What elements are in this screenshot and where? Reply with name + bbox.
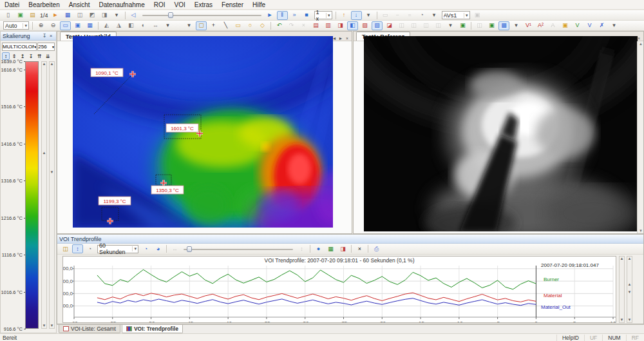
marker-up-button[interactable]: ↑ bbox=[339, 11, 350, 20]
roi-rect-button[interactable]: ▭ bbox=[232, 21, 243, 30]
clear-annotations-button[interactable]: ✗ bbox=[596, 21, 607, 30]
avs-combobox[interactable]: AVs1▾ bbox=[442, 11, 470, 19]
reference-scrollbar[interactable]: ▲▼ bbox=[637, 41, 643, 233]
zoom-in-button[interactable]: ⊕ bbox=[35, 21, 46, 30]
percent-button[interactable]: ◔ bbox=[417, 11, 428, 20]
view-dropdown[interactable]: ▾ bbox=[162, 21, 173, 30]
trend-chart[interactable]: VOI Trendprofile: 2007-07-20 09:18:01 - … bbox=[62, 256, 616, 323]
position-slider[interactable] bbox=[142, 12, 261, 19]
menu-roi[interactable]: ROI bbox=[149, 1, 170, 9]
roi-point-button[interactable]: + bbox=[208, 21, 219, 30]
snapshot-button[interactable]: ◨ bbox=[99, 11, 110, 20]
next-frame-button[interactable]: ► bbox=[50, 11, 61, 20]
menu-fenster[interactable]: Fenster bbox=[217, 1, 248, 9]
zoom-time-in-button[interactable]: ◔ bbox=[140, 244, 151, 253]
show-image-button[interactable]: ▣ bbox=[486, 21, 497, 30]
roi-select-button[interactable]: ▢ bbox=[196, 21, 207, 30]
voi-table-button[interactable]: V bbox=[572, 21, 583, 30]
color-scale-bar[interactable] bbox=[25, 61, 39, 329]
fast-forward-button[interactable]: » bbox=[289, 11, 300, 20]
copy-frame-button[interactable]: ◩ bbox=[87, 11, 98, 20]
interval-combobox[interactable]: 60 Sekunden▾ bbox=[97, 245, 138, 253]
open-file-button[interactable]: ▤ bbox=[27, 11, 38, 20]
zoom-time-out-button[interactable]: ◕ bbox=[153, 244, 164, 253]
reference-image[interactable] bbox=[364, 36, 638, 231]
voi-export-button[interactable]: ◨ bbox=[335, 21, 346, 30]
export-image-button[interactable]: ▣ bbox=[15, 11, 26, 20]
reference-image-button[interactable]: ▣ bbox=[457, 21, 468, 30]
export-excel-button[interactable]: ▦ bbox=[325, 244, 336, 253]
roi-ellipse-button[interactable]: ○ bbox=[245, 21, 256, 30]
roi-line-button[interactable]: ╲ bbox=[220, 21, 231, 30]
autoscale-y-button[interactable]: ↕ bbox=[72, 244, 83, 253]
level-high-button[interactable]: ◮ bbox=[113, 21, 124, 30]
export-chart-button[interactable]: ◨ bbox=[337, 244, 348, 253]
scale-down-button[interactable]: ⇊ bbox=[44, 52, 52, 60]
doc-tab-voi-trendprofile[interactable]: VOI: Trendprofile bbox=[122, 325, 183, 333]
stop-button[interactable]: ■ bbox=[301, 11, 312, 20]
play-button[interactable]: ► bbox=[265, 11, 276, 20]
undo-roi-button[interactable]: ↶ bbox=[274, 21, 285, 30]
doc-tab-voi-liste-gesamt[interactable]: VOI-Liste: Gesamt bbox=[59, 325, 120, 333]
menu-extras[interactable]: Extras bbox=[190, 1, 217, 9]
mask-delete-button[interactable]: ◪ bbox=[384, 21, 395, 30]
more-file-dropdown[interactable]: ▾ bbox=[111, 11, 122, 20]
actual-size-button[interactable]: ▣ bbox=[72, 21, 83, 30]
mask-add-button[interactable]: ◧ bbox=[347, 21, 358, 30]
mask-edit-button[interactable]: ▧ bbox=[372, 21, 383, 30]
position-slider-thumb[interactable] bbox=[168, 12, 173, 18]
menu-datei[interactable]: Datei bbox=[0, 1, 24, 9]
display-dropdown[interactable]: ▾ bbox=[511, 21, 522, 30]
copy-chart-button[interactable]: ◫ bbox=[60, 244, 71, 253]
tab-scroll-right-icon[interactable]: ► bbox=[337, 36, 344, 41]
roi-polygon-button[interactable]: ◇ bbox=[257, 21, 268, 30]
save-button[interactable]: ▦ bbox=[62, 11, 73, 20]
tab-close-icon[interactable]: × bbox=[344, 36, 350, 41]
show-values-button[interactable]: V¹ bbox=[523, 21, 534, 30]
marker-down-button[interactable]: ↓ bbox=[351, 11, 362, 20]
levels-combobox[interactable]: 256▾ bbox=[37, 43, 55, 51]
trend-vscroll-1[interactable]: ▲▼ bbox=[619, 256, 625, 323]
full-image-button[interactable]: ▦ bbox=[84, 21, 95, 30]
scaling-mode-combobox[interactable]: Auto▾ bbox=[3, 21, 29, 30]
scale-min-slider[interactable]: ▲▼▼ bbox=[49, 61, 55, 329]
voi-copy-button[interactable]: ▤ bbox=[310, 21, 321, 30]
invert-palette-button[interactable]: ◐ bbox=[138, 21, 149, 30]
menu-hilfe[interactable]: Hilfe bbox=[248, 1, 270, 9]
time-range-slider-thumb[interactable] bbox=[187, 246, 192, 252]
voi-more-dropdown[interactable]: ▾ bbox=[445, 21, 456, 30]
show-grid-button[interactable]: ▩ bbox=[498, 21, 509, 30]
delete-trend-button[interactable]: × bbox=[354, 244, 365, 253]
menu-ansicht[interactable]: Ansicht bbox=[64, 1, 95, 9]
voi-trend-button[interactable]: V bbox=[584, 21, 595, 30]
pause-button[interactable]: ‖ bbox=[277, 11, 288, 20]
histogram-button[interactable]: ◧ bbox=[126, 21, 137, 30]
palette-combobox[interactable]: MULTICOLOR▾ bbox=[2, 43, 37, 51]
zoom-out-button[interactable]: ⊖ bbox=[48, 21, 59, 30]
marker-dropdown[interactable]: ▾ bbox=[363, 11, 374, 20]
percent-dropdown[interactable]: ▾ bbox=[429, 11, 440, 20]
thermal-image[interactable]: 1090,1 °C1601,3 °C1350,3 °C1199,3 °C bbox=[73, 36, 333, 228]
level-low-button[interactable]: ◭ bbox=[101, 21, 112, 30]
profile-settings-button[interactable]: ◔ bbox=[84, 244, 95, 253]
voi-paste-button[interactable]: ▥ bbox=[323, 21, 334, 30]
copy-button[interactable]: ◫ bbox=[75, 11, 86, 20]
pin-icon[interactable]: ↧ bbox=[41, 33, 48, 39]
menu-datenaufnahme[interactable]: Datenaufnahme bbox=[95, 1, 149, 9]
pan-button[interactable]: ↔ bbox=[150, 21, 161, 30]
print-trend-button[interactable]: ⎙ bbox=[371, 244, 382, 253]
annotation-style-button[interactable]: ▣ bbox=[560, 21, 571, 30]
show-areas-button[interactable]: A² bbox=[535, 21, 546, 30]
close-icon[interactable]: × bbox=[48, 33, 54, 39]
trend-vscroll-2[interactable]: ▲▲▼▼ bbox=[627, 256, 632, 323]
speed-combobox[interactable]: 1 x▾ bbox=[314, 11, 332, 19]
record-button[interactable]: ● bbox=[313, 244, 324, 253]
scale-max-slider[interactable]: ▲▲▼ bbox=[41, 61, 47, 329]
fit-window-button[interactable]: ▭ bbox=[60, 21, 71, 30]
time-range-slider[interactable] bbox=[184, 246, 293, 253]
scale-min-button[interactable]: ↧ bbox=[27, 52, 35, 60]
scale-up-button[interactable]: ⇈ bbox=[35, 52, 43, 60]
menu-voi[interactable]: VOI bbox=[169, 1, 189, 9]
mask-sub-button[interactable]: ▨ bbox=[359, 21, 370, 30]
roi-dropdown[interactable]: ▾ bbox=[184, 21, 194, 30]
